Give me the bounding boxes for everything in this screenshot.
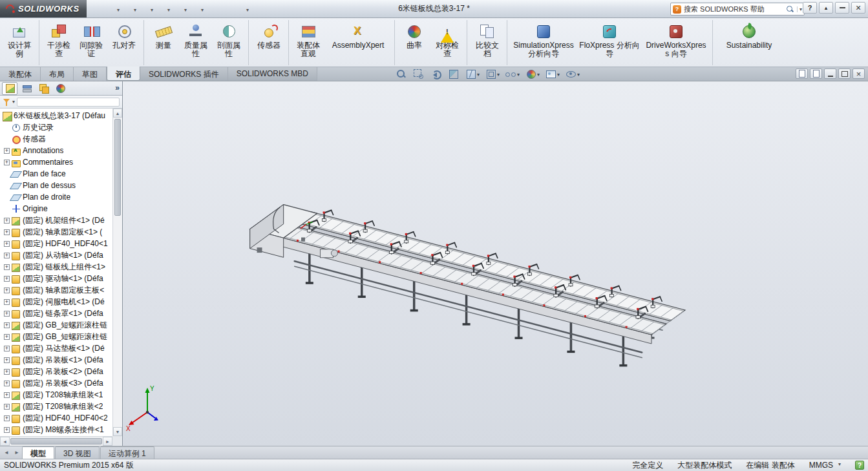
toolbar-button[interactable]: ▾ [234,3,250,15]
expand-toggle-icon[interactable]: + [4,276,10,282]
expand-toggle-icon[interactable] [4,125,10,131]
help-search-box[interactable]: ? 搜索 SOLIDWORKS 帮助 ▾ [670,3,805,16]
expand-toggle-icon[interactable]: + [4,299,10,305]
expand-toggle-icon[interactable]: + [4,148,10,154]
collapse-ribbon-icon[interactable] [819,2,833,14]
filter-funnel-icon[interactable] [3,98,10,106]
expand-toggle-icon[interactable]: + [4,334,10,340]
tree-item[interactable]: + (固定) GB_短螺距滚柱链 [2,319,112,331]
ribbon-button[interactable]: 质量属性 [180,20,211,65]
scrollbar-thumb[interactable] [10,438,102,445]
expand-toggle-icon[interactable]: + [4,381,10,386]
ribbon-button[interactable]: 传感器 [253,20,289,65]
close-window-icon[interactable] [852,68,865,79]
ribbon-button[interactable]: 对称检查 [431,20,467,65]
dropdown-caret-icon[interactable]: ▾ [497,72,500,78]
heads-up-button[interactable] [413,68,425,79]
toolbar-button[interactable] [206,3,219,15]
dropdown-caret-icon[interactable]: ▾ [517,72,520,78]
expand-toggle-icon[interactable]: + [4,218,10,224]
tree-item[interactable]: + (固定) 轴承固定板<1> ( [2,226,112,238]
heads-up-button[interactable] [448,68,460,79]
tree-item[interactable]: + (固定) 轴承固定板主板< [2,284,112,296]
dropdown-caret-icon[interactable]: ▾ [577,72,580,78]
tree-item[interactable]: Plan de dessus [2,180,112,191]
expand-toggle-icon[interactable]: + [4,392,10,398]
ribbon-button[interactable]: 装配体直观 [293,20,324,65]
heads-up-button[interactable]: ▾ [525,68,540,79]
expand-toggle-icon[interactable]: + [4,160,10,165]
study-tab[interactable]: 运动算例 1 [100,446,154,459]
tree-item[interactable]: + (固定) GB_短螺距滚柱链 [2,331,112,342]
scroll-down-icon[interactable] [113,427,122,436]
dropdown-caret-icon[interactable]: ▾ [151,7,153,13]
search-dropdown-caret-icon[interactable]: ▾ [797,6,802,12]
ribbon-button[interactable]: AssemblyXpert [325,20,395,65]
dropdown-caret-icon[interactable]: ▾ [246,7,249,13]
tree-item[interactable]: + (固定) M8螺条连接件<1 [2,424,112,435]
expand-toggle-icon[interactable]: + [4,427,10,433]
tree-item[interactable]: + (固定) 链板线上组件<1> [2,261,112,273]
toolbar-button[interactable]: ▾ [122,3,138,15]
filter-caret-icon[interactable]: ▾ [12,99,15,105]
tree-item[interactable]: + (固定) 驱动轴<1> (Défa [2,273,112,284]
panel-tab[interactable] [19,82,34,95]
expand-toggle-icon[interactable]: + [4,241,10,247]
panel-expand-chevrons-icon[interactable]: » [115,83,120,92]
toolbar-button[interactable]: ▾ [172,3,188,15]
expand-toggle-icon[interactable]: + [4,415,10,421]
expand-toggle-icon[interactable]: + [4,346,10,351]
help-icon[interactable] [803,2,817,14]
tree-item[interactable]: + (固定) 伺服电机<1> (Dé [2,296,112,308]
study-tab[interactable]: 模型 [22,446,54,459]
command-tab[interactable]: 草图 [74,67,107,81]
restore-window-icon[interactable] [838,68,851,79]
tree-item[interactable]: 6米链板线总装3-17 (Défau [2,110,112,121]
expand-toggle-icon[interactable]: + [4,357,10,363]
command-tab[interactable]: 装配体 [0,67,41,81]
tree-item[interactable]: + Annotations [2,145,112,156]
filter-input[interactable] [17,98,120,107]
ribbon-button[interactable]: 曲率 [399,20,430,65]
ribbon-button[interactable]: DriveWorksXpress 向导 [643,20,713,65]
ribbon-button[interactable]: FloXpress 分析向导 [577,20,642,65]
scroll-left-icon[interactable] [0,437,10,446]
expand-toggle-icon[interactable]: + [4,264,10,270]
status-help-icon[interactable]: ? [855,461,864,470]
tree-item[interactable]: + (固定) HDF40_HDF40<2 [2,412,112,424]
tabs-next-icon[interactable] [12,446,22,459]
doc-window-icon[interactable] [810,68,822,79]
tree-item[interactable]: + (固定) 马达垫板<1> (Dé [2,342,112,354]
tree-item[interactable]: + (固定) 机架组件<1> (Dé [2,215,112,226]
command-tab[interactable]: 布局 [41,67,74,81]
expand-toggle-icon[interactable]: + [4,404,10,410]
command-tab[interactable]: SOLIDWORKS 插件 [140,67,228,81]
ribbon-button[interactable]: 设计算例 [3,20,39,65]
tabs-prev-icon[interactable] [1,446,12,459]
tree-item[interactable]: + (固定) 吊装板<3> (Défa [2,377,112,389]
tree-item[interactable]: Plan de droite [2,191,112,203]
expand-toggle-icon[interactable]: + [4,322,10,328]
close-icon[interactable] [851,2,865,14]
expand-toggle-icon[interactable] [4,206,10,212]
search-input[interactable]: 搜索 SOLIDWORKS 帮助 [684,5,783,14]
tree-item[interactable]: + (固定) 链条罩<1> (Défa [2,308,112,319]
doc-window-icon[interactable] [796,68,808,79]
ribbon-button[interactable]: 间隙验证 [76,20,107,65]
dropdown-caret-icon[interactable]: ▾ [201,7,204,13]
command-tab[interactable]: SOLIDWORKS MBD [228,67,317,81]
expand-toggle-icon[interactable] [4,183,10,189]
dropdown-caret-icon[interactable]: ▾ [184,7,187,13]
tree-item[interactable]: + (固定) HDF40_HDF40<1 [2,238,112,249]
ribbon-button[interactable]: 测量 [148,20,179,65]
ribbon-button[interactable]: Sustainability [717,20,781,65]
units-selector[interactable]: MMGS [809,461,841,470]
ribbon-button[interactable]: SimulationXpress 分析向导 [511,20,576,65]
heads-up-button[interactable]: ▾ [505,68,520,79]
expand-toggle-icon[interactable]: + [4,288,10,293]
tree-item[interactable]: 传感器 [2,133,112,145]
heads-up-button[interactable]: ▾ [485,68,500,79]
expand-toggle-icon[interactable]: + [4,311,10,317]
scroll-up-icon[interactable] [113,109,122,118]
graphics-viewport[interactable]: X Y [123,81,868,446]
